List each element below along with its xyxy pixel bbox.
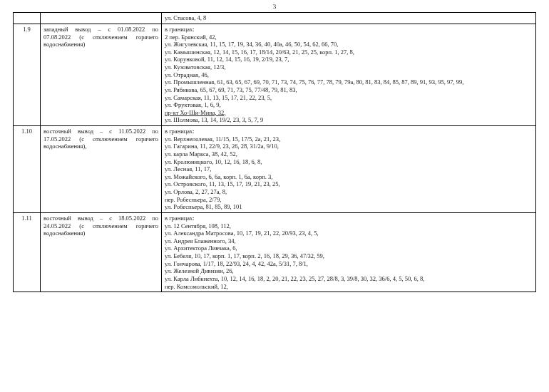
address-line: ул. Камышинская, 12, 14, 15, 16, 17, 18/…: [165, 48, 533, 56]
address-line: ул. Кузоватовская, 12/3,: [165, 63, 533, 71]
address-line: ул. Стасова, 4, 8: [165, 14, 533, 22]
address-line: ул. Александра Матросова, 10, 17, 19, 21…: [165, 229, 533, 237]
address-line: ул. Гагарина, 11, 22/9, 23, 26, 28, 31/2…: [165, 143, 533, 150]
address-line: пер. Робеспьера, 2/79,: [165, 196, 533, 204]
address-line: ул. Кролюницкого, 10, 12, 16, 18, 6, 8,: [165, 158, 533, 166]
address-line: в границах:: [165, 26, 533, 33]
address-line: ул. Корунковой, 11, 12, 14, 15, 16, 19, …: [165, 56, 533, 63]
row-addresses: в границах:2 пер. Брянский, 42,ул. Жигул…: [162, 24, 536, 125]
row-description: восточный вывод – с 18.05.2022 по 24.05.…: [41, 212, 162, 292]
address-line: ул. Робеспьера, 81, 85, 89, 101: [165, 203, 533, 211]
address-line: ул. Орлова, 2, 27, 27а, 8,: [165, 188, 533, 196]
address-line: ул. Лесная, 11, 17,: [165, 165, 533, 173]
table-row: ул. Стасова, 4, 8: [14, 13, 536, 24]
schedule-table: ул. Стасова, 4, 81.9западный вывод – с 0…: [13, 12, 536, 292]
address-line: ул. Рябикова, 65, 67, 69, 71, 73, 75, 77…: [165, 86, 533, 94]
row-description: восточный вывод – с 11.05.2022 по 17.05.…: [41, 126, 162, 213]
address-line: ул. Можайского, 6, 6а, корп. 1, 6а, корп…: [165, 173, 533, 181]
row-number: 1.10: [14, 126, 41, 213]
address-line: ул. 12 Сентября, 108, 112,: [165, 222, 533, 230]
table-row: 1.9западный вывод – с 01.08.2022 по 07.0…: [14, 24, 536, 125]
address-line: пер. Комсомольский, 12,: [165, 283, 533, 291]
address-line: ул. Промышленная, 61, 63, 65, 67, 69, 70…: [165, 78, 533, 86]
address-line: ул. Самарская, 11, 13, 15, 17, 21, 22, 2…: [165, 94, 533, 102]
address-line: ул. Архитектора Ливчака, 6,: [165, 244, 533, 252]
address-line: ул. Гончарова, 1/17, 18, 22/93, 24, 4, 4…: [165, 260, 533, 268]
address-line: ул. Шолмова, 13, 14, 19/2, 23, 3, 5, 7, …: [165, 116, 533, 124]
row-addresses: в границах:ул. Верхнеполевая, 11/15, 15,…: [162, 126, 536, 213]
row-addresses: ул. Стасова, 4, 8: [162, 13, 536, 24]
address-line: пр-кт Хо-Ши-Мина, 32,: [165, 109, 533, 117]
address-line: ул. Андрея Блаженного, 34,: [165, 237, 533, 245]
row-number: [14, 13, 41, 24]
address-line: ул. Верхнеполевая, 11/15, 15, 17/5, 2а, …: [165, 135, 533, 143]
address-line: ул. Фруктовая, 1, 6, 9,: [165, 101, 533, 109]
row-description: [41, 13, 162, 24]
table-row: 1.11восточный вывод – с 18.05.2022 по 24…: [14, 212, 536, 292]
table-row: 1.10восточный вывод – с 11.05.2022 по 17…: [14, 126, 536, 213]
row-number: 1.11: [14, 212, 41, 292]
address-line: 2 пер. Брянский, 42,: [165, 33, 533, 41]
page-number: 3: [13, 3, 536, 11]
address-line: в границах:: [165, 215, 533, 222]
address-line: ул. Железной Дивизии, 26,: [165, 267, 533, 275]
address-line: ул. Островского, 11, 13, 15, 17, 19, 21,…: [165, 180, 533, 188]
row-description: западный вывод – с 01.08.2022 по 07.08.2…: [41, 24, 162, 125]
address-line: ул. Бебеля, 10, 17, корп. 1, 17, корп. 2…: [165, 252, 533, 260]
row-addresses: в границах:ул. 12 Сентября, 108, 112,ул.…: [162, 212, 536, 292]
address-line: ул. Жигулевская, 11, 15, 17, 19, 34, 36,…: [165, 41, 533, 48]
address-line: в границах:: [165, 128, 533, 135]
address-line: ул. Карла Либкнехта, 10, 12, 14, 16, 18,…: [165, 275, 533, 283]
row-number: 1.9: [14, 24, 41, 125]
address-line: ул. Отрадная, 46,: [165, 71, 533, 79]
address-line: ул. карла Маркса, 38, 42, 52,: [165, 150, 533, 158]
